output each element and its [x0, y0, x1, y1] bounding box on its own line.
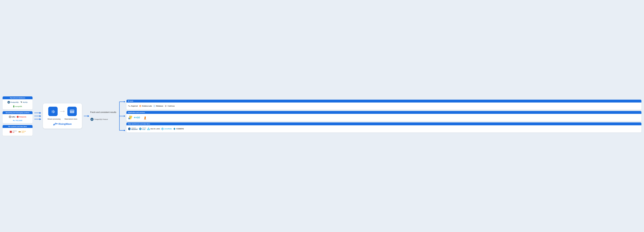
stream-processing-label: Stream processing: [47, 118, 61, 120]
branch-lines-svg: [119, 95, 125, 137]
svg-marker-49: [124, 115, 125, 117]
svg-marker-47: [124, 101, 125, 103]
file-systems-body: amazon S3 hadoop hadoopHDFS: [2, 128, 32, 136]
hudi-logo: Apache hudi: [139, 127, 146, 130]
pulsar-logo: PULSAR: [13, 119, 22, 122]
svg-text:=GO: =GO: [136, 116, 140, 119]
streaming-systems-body: kafka Redpanda PULSAR: [2, 114, 32, 123]
center-icons-row: [48, 107, 77, 116]
iceberg-text: ICEBERG: [176, 128, 184, 130]
stream-processing-icon-box: [48, 107, 58, 116]
svg-point-4: [10, 116, 10, 116]
operational-databases-box: Operational databases PG PostgreSQL: [2, 96, 32, 109]
operational-databases-header: Operational databases: [2, 96, 32, 99]
arrow-3: [34, 118, 41, 120]
tableau-logo: +tableau: [164, 105, 175, 107]
risingwave-brand-text: RisingWave: [58, 123, 72, 125]
left-arrows: [33, 112, 42, 120]
redpanda-logo: Redpanda: [16, 116, 26, 118]
risingwave-logo-icon: [53, 122, 58, 126]
arrow-1: [34, 112, 41, 114]
metabase-logo: Metabase: [153, 105, 163, 107]
java-icon: [143, 115, 147, 120]
materialized-views-label: Materialized views: [64, 118, 78, 120]
postgresql-text: PostgreSQL: [10, 101, 19, 103]
file-systems-box: File systems and data lakes amazon S3: [2, 125, 32, 136]
svg-point-87: [161, 128, 162, 129]
svg-point-69: [130, 117, 130, 117]
redshift-icon: [128, 127, 131, 131]
go-icon: =GO: [134, 116, 142, 119]
sources-column: Operational databases PG PostgreSQL: [2, 96, 32, 136]
bi-tools-box: BI tools Superset: [126, 100, 642, 110]
arrow-2: [34, 115, 41, 117]
materialized-views-icon: [69, 109, 75, 114]
svg-line-7: [10, 116, 10, 117]
grafana-icon: [139, 105, 142, 107]
postgresql-icon: PG: [7, 101, 10, 104]
svg-point-57: [154, 105, 155, 106]
mysql-icon: [20, 101, 22, 103]
hadoop-text: hadoopHDFS: [22, 131, 26, 133]
architecture-diagram: Operational databases PG PostgreSQL: [2, 95, 642, 137]
svg-rect-19: [52, 112, 52, 112]
branch-connector: [118, 95, 126, 137]
redpanda-icon: [16, 116, 19, 118]
hadoop-icon: hadoop: [18, 131, 21, 133]
svg-point-25: [54, 112, 54, 112]
svg-point-56: [154, 105, 154, 106]
redshift-logo: Amazon REDSHIFT: [128, 127, 138, 131]
svg-rect-17: [53, 110, 53, 111]
superset-logo: Superset: [128, 105, 138, 107]
svg-marker-51: [124, 130, 125, 131]
pg-protocol: PG PostgreSQL Protocol: [90, 118, 108, 121]
superset-icon: [128, 105, 130, 107]
snowflake-text: snowflake: [164, 128, 172, 130]
svg-point-85: [162, 127, 163, 128]
svg-point-61: [155, 106, 155, 106]
risingwave-center-box: Stream processing Materialized views Ris…: [43, 103, 82, 129]
amazon-s3-logo: amazon S3: [9, 130, 17, 133]
metabase-icon: [153, 105, 156, 107]
destinations-column: BI tools Superset: [126, 100, 642, 132]
iceberg-icon: [173, 127, 176, 130]
snowflake-icon: [161, 127, 164, 130]
svg-point-70: [131, 118, 131, 118]
svg-rect-39: [70, 112, 71, 112]
pg-protocol-icon: PG: [90, 118, 94, 121]
kafka-logo: kafka: [9, 116, 15, 118]
streaming-systems-header: Streaming and messaging systems: [2, 111, 32, 114]
fresh-text: Fresh and consistent results: [90, 111, 116, 114]
svg-point-90: [161, 129, 162, 130]
svg-line-8: [10, 116, 10, 117]
svg-rect-38: [73, 111, 74, 112]
svg-rect-22: [54, 110, 54, 111]
center-to-middle-arrow: [84, 115, 89, 117]
delta-lake-logo: DELTA LAKE: [147, 127, 160, 130]
svg-text:PG: PG: [8, 102, 10, 103]
mongodb-icon: [13, 105, 15, 108]
redpanda-text: Redpanda: [19, 116, 26, 118]
snowflake-logo: snowflake: [161, 127, 172, 130]
grafana-text: Grafana Labs: [142, 105, 152, 107]
svg-point-60: [154, 106, 155, 106]
app-services-box: Application and services: [126, 111, 642, 121]
svg-point-89: [163, 128, 164, 129]
data-warehouses-body: Amazon REDSHIFT Apache hudi: [126, 125, 642, 132]
superset-text: Superset: [131, 105, 138, 107]
delta-lake-text: DELTA LAKE: [150, 128, 160, 130]
metabase-text: Metabase: [156, 105, 163, 107]
svg-point-59: [154, 106, 154, 106]
hudi-icon: [139, 127, 142, 130]
amazon-s3-icon: [9, 130, 12, 133]
mongodb-logo: mongoDB.: [13, 105, 22, 108]
svg-point-62: [154, 107, 154, 107]
svg-rect-18: [53, 113, 53, 113]
svg-rect-21: [52, 110, 52, 111]
svg-point-58: [155, 105, 155, 106]
bi-tools-header: BI tools: [126, 100, 642, 103]
svg-rect-20: [54, 112, 55, 112]
data-warehouses-box: Data warehouses and data lakes Amazon RE…: [126, 122, 642, 132]
center-labels-row: Stream processing Materialized views: [47, 118, 78, 120]
center-processing-arrow: [60, 111, 65, 112]
